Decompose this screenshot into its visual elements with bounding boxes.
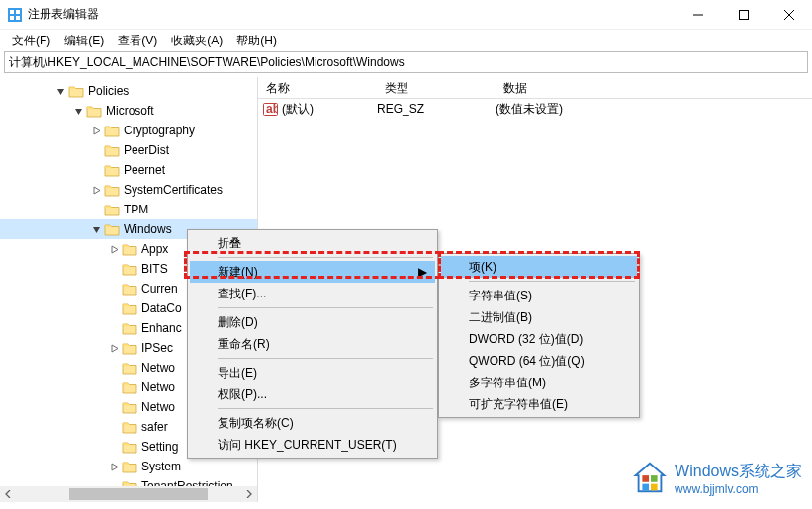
scroll-right-icon[interactable] xyxy=(241,486,257,502)
folder-icon xyxy=(122,262,137,276)
tree-item-label: System xyxy=(141,460,181,473)
menubar: 文件(F) 编辑(E) 查看(V) 收藏夹(A) 帮助(H) xyxy=(0,30,812,51)
menu-help[interactable]: 帮助(H) xyxy=(230,31,283,51)
watermark-main: Windows系统之家 xyxy=(675,462,802,482)
ctx-new-binary[interactable]: 二进制值(B) xyxy=(441,306,637,328)
address-bar[interactable]: 计算机\HKEY_LOCAL_MACHINE\SOFTWARE\Policies… xyxy=(4,51,808,73)
folder-icon xyxy=(68,84,84,98)
folder-icon xyxy=(104,143,120,157)
titlebar: 注册表编辑器 xyxy=(0,0,812,30)
ctx-separator xyxy=(469,281,635,282)
folder-icon xyxy=(122,440,137,454)
tree-item-label: Setting xyxy=(141,440,178,454)
tree-item-label: Policies xyxy=(88,84,129,98)
tree-item-label: Curren xyxy=(141,282,178,296)
folder-icon xyxy=(122,282,137,296)
minimize-button[interactable] xyxy=(676,0,721,29)
tree-item[interactable]: Microsoft xyxy=(0,101,257,121)
folder-icon xyxy=(104,203,120,216)
chevron-right-icon[interactable] xyxy=(107,341,121,355)
context-menu-new-submenu: 项(K) 字符串值(S) 二进制值(B) DWORD (32 位)值(D) QW… xyxy=(438,253,640,418)
chevron-right-icon[interactable] xyxy=(107,460,121,473)
ctx-separator xyxy=(218,257,433,258)
folder-icon xyxy=(122,460,137,473)
tree-item[interactable]: Peernet xyxy=(0,160,257,180)
tree-item-label: PeerDist xyxy=(124,143,169,157)
col-name[interactable]: 名称 xyxy=(258,77,377,98)
svg-rect-3 xyxy=(10,16,14,20)
folder-icon xyxy=(122,242,137,256)
tree-item-label: SystemCertificates xyxy=(124,183,223,197)
ctx-new-key[interactable]: 项(K) xyxy=(441,256,637,278)
watermark-logo-icon xyxy=(631,459,669,499)
chevron-down-icon[interactable] xyxy=(89,222,103,236)
chevron-down-icon[interactable] xyxy=(53,84,67,98)
svg-rect-4 xyxy=(16,16,20,20)
folder-icon xyxy=(104,124,120,137)
list-row[interactable]: ab (默认) REG_SZ (数值未设置) xyxy=(258,99,812,119)
folder-icon xyxy=(104,222,120,236)
tree-item-label: TPM xyxy=(124,203,148,216)
folder-icon xyxy=(122,361,137,375)
cell-data: (数值未设置) xyxy=(496,101,563,118)
ctx-rename[interactable]: 重命名(R) xyxy=(190,333,435,355)
ctx-new-multistring[interactable]: 多字符串值(M) xyxy=(441,372,637,393)
ctx-goto-hkcu[interactable]: 访问 HKEY_CURRENT_USER(T) xyxy=(190,434,435,456)
tree-item-label: Windows xyxy=(124,222,172,236)
tree-item[interactable]: TPM xyxy=(0,200,257,219)
folder-icon xyxy=(86,104,102,118)
tree-item[interactable]: System xyxy=(0,457,257,476)
ctx-new[interactable]: 新建(N) ▶ xyxy=(190,261,435,283)
folder-icon xyxy=(122,301,137,315)
ctx-delete[interactable]: 删除(D) xyxy=(190,311,435,333)
ctx-new-dword[interactable]: DWORD (32 位)值(D) xyxy=(441,328,637,350)
col-data[interactable]: 数据 xyxy=(496,77,812,98)
regedit-icon xyxy=(8,8,22,22)
ctx-permissions[interactable]: 权限(P)... xyxy=(190,383,435,405)
chevron-right-icon[interactable] xyxy=(89,124,103,137)
ctx-collapse[interactable]: 折叠 xyxy=(190,232,435,254)
chevron-right-icon[interactable] xyxy=(89,183,103,197)
context-menu-primary: 折叠 新建(N) ▶ 查找(F)... 删除(D) 重命名(R) 导出(E) 权… xyxy=(187,229,438,459)
menu-file[interactable]: 文件(F) xyxy=(6,31,56,51)
svg-rect-11 xyxy=(651,484,658,491)
menu-edit[interactable]: 编辑(E) xyxy=(58,31,110,51)
ctx-find[interactable]: 查找(F)... xyxy=(190,283,435,304)
ctx-copy-keyname[interactable]: 复制项名称(C) xyxy=(190,412,435,434)
tree-scrollbar-horizontal[interactable] xyxy=(0,486,257,502)
tree-item-label: Microsoft xyxy=(106,104,154,118)
folder-icon xyxy=(104,183,120,197)
ctx-new-label: 新建(N) xyxy=(218,264,258,281)
ctx-new-expandstring[interactable]: 可扩充字符串值(E) xyxy=(441,393,637,415)
col-type[interactable]: 类型 xyxy=(377,77,496,98)
watermark: Windows系统之家 www.bjjmlv.com xyxy=(631,459,802,499)
folder-icon xyxy=(122,321,137,335)
window-title: 注册表编辑器 xyxy=(28,6,676,23)
menu-favorites[interactable]: 收藏夹(A) xyxy=(165,31,228,51)
tree-item-label: Appx xyxy=(141,242,168,256)
close-button[interactable] xyxy=(767,0,812,29)
chevron-down-icon[interactable] xyxy=(71,104,85,118)
svg-rect-9 xyxy=(651,475,658,482)
scroll-left-icon[interactable] xyxy=(0,486,16,502)
ctx-new-string[interactable]: 字符串值(S) xyxy=(441,285,637,306)
watermark-text: Windows系统之家 www.bjjmlv.com xyxy=(675,462,802,496)
ctx-export[interactable]: 导出(E) xyxy=(190,362,435,383)
tree-item[interactable]: Policies xyxy=(0,81,257,101)
folder-icon xyxy=(122,381,137,394)
window-controls xyxy=(676,0,812,29)
tree-item[interactable]: PeerDist xyxy=(0,140,257,160)
folder-icon xyxy=(122,400,137,414)
tree-item-label: Peernet xyxy=(124,163,165,177)
tree-item[interactable]: SystemCertificates xyxy=(0,180,257,200)
tree-item[interactable]: Cryptography xyxy=(0,121,257,140)
chevron-right-icon[interactable] xyxy=(107,242,121,256)
string-value-icon: ab xyxy=(262,101,278,117)
tree-item-label: IPSec xyxy=(141,341,173,355)
maximize-button[interactable] xyxy=(721,0,767,29)
address-text: 计算机\HKEY_LOCAL_MACHINE\SOFTWARE\Policies… xyxy=(9,54,405,71)
svg-rect-1 xyxy=(10,10,14,14)
scroll-thumb[interactable] xyxy=(69,488,208,500)
ctx-new-qword[interactable]: QWORD (64 位)值(Q) xyxy=(441,350,637,372)
menu-view[interactable]: 查看(V) xyxy=(112,31,163,51)
